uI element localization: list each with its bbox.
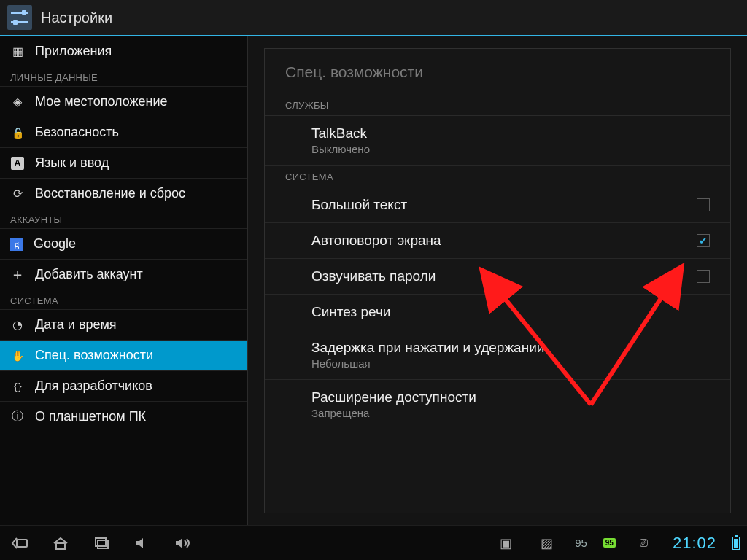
sidebar-item-label: Google (34, 236, 76, 252)
sidebar-item-google[interactable]: Google (0, 228, 247, 259)
battery-percent-text: 95 (575, 537, 587, 549)
pref-label: TalkBack (311, 125, 370, 141)
google-icon (10, 238, 23, 251)
pref-label: Большой текст (311, 197, 407, 213)
svg-marker-5 (176, 538, 182, 548)
pref-talkback[interactable]: TalkBack Выключено (265, 116, 730, 166)
sidebar-item-about[interactable]: О планшетном ПК (0, 401, 247, 432)
clock-text: 21:02 (673, 534, 716, 553)
sidebar-section-header: АККАУНТЫ (0, 209, 247, 228)
checkbox-large-text[interactable] (697, 198, 710, 211)
pref-label: Автоповорот экрана (311, 233, 441, 249)
group-header-services: СЛУЖБЫ (265, 94, 730, 116)
location-icon (10, 95, 25, 109)
battery-icon (732, 537, 740, 550)
language-icon (10, 156, 25, 171)
panel-title: Спец. возможности (265, 49, 730, 94)
sidebar-item-language[interactable]: Язык и ввод (0, 147, 247, 178)
accessibility-panel: Спец. возможности СЛУЖБЫ TalkBack Выключ… (264, 48, 731, 513)
sidebar-item-accessibility[interactable]: Спец. возможности (0, 340, 247, 370)
settings-app-icon (7, 5, 32, 30)
settings-quick-icon (632, 533, 657, 553)
sidebar-item-label: Безопасность (35, 125, 119, 140)
pref-sublabel: Запрещена (311, 407, 476, 419)
sidebar-section-header: СИСТЕМА (0, 289, 247, 309)
detail-pane: Спец. возможности СЛУЖБЫ TalkBack Выключ… (248, 36, 747, 525)
clock-icon (10, 318, 25, 332)
sidebar-item-label: Мое местоположение (35, 94, 168, 109)
pref-sublabel: Небольшая (311, 357, 544, 370)
pref-label: Расширение доступности (311, 389, 476, 405)
pref-large-text[interactable]: Большой текст (265, 187, 730, 223)
recents-button[interactable] (89, 533, 114, 553)
battery-badge-icon: 95 (603, 538, 616, 548)
home-button[interactable] (48, 533, 73, 553)
info-icon (10, 410, 25, 424)
back-button[interactable] (7, 533, 32, 553)
checkbox-speak-passwords[interactable] (697, 270, 710, 283)
workspace: Приложения ЛИЧНЫЕ ДАННЫЕ Мое местоположе… (0, 36, 747, 525)
sidebar-item-developer[interactable]: Для разработчиков (0, 370, 247, 401)
sidebar-item-reset[interactable]: Восстановление и сброс (0, 178, 247, 209)
plus-icon (10, 268, 25, 282)
volume-up-button[interactable] (171, 533, 196, 553)
reset-icon (10, 187, 25, 201)
group-header-system: СИСТЕМА (265, 166, 730, 187)
pref-touch-delay[interactable]: Задержка при нажатии и удержании Небольш… (265, 330, 730, 380)
apps-icon (10, 44, 25, 59)
svg-marker-4 (136, 538, 143, 548)
sidebar-item-label: Дата и время (35, 317, 117, 332)
pref-label: Озвучивать пароли (311, 268, 436, 284)
pref-speak-passwords[interactable]: Озвучивать пароли (265, 259, 730, 295)
sidebar-item-location[interactable]: Мое местоположение (0, 86, 247, 117)
svg-rect-1 (56, 543, 65, 549)
pref-sublabel: Выключено (311, 143, 370, 155)
sidebar-item-label: Спец. возможности (35, 348, 153, 363)
sidebar-item-label: Добавить аккаунт (35, 267, 143, 282)
system-navbar: 95 95 21:02 (0, 525, 747, 560)
pref-label: Задержка при нажатии и удержании (311, 340, 544, 356)
picture-status-icon (534, 533, 559, 553)
status-tray[interactable]: 95 95 21:02 (493, 533, 740, 553)
sidebar-item-label: Восстановление и сброс (35, 186, 185, 201)
hand-icon (10, 349, 25, 363)
checkbox-auto-rotate[interactable] (697, 234, 710, 247)
sidebar-item-security[interactable]: Безопасность (0, 117, 247, 147)
pref-a11y-extension[interactable]: Расширение доступности Запрещена (265, 380, 730, 429)
titlebar: Настройки (0, 0, 747, 35)
sidebar-item-label: О планшетном ПК (35, 409, 146, 424)
sidebar-item-label: Для разработчиков (35, 378, 152, 394)
sidebar-item-add-account[interactable]: Добавить аккаунт (0, 259, 247, 289)
sidebar-section-header: ЛИЧНЫЕ ДАННЫЕ (0, 66, 247, 86)
pref-label: Синтез речи (311, 304, 390, 320)
svg-rect-0 (17, 540, 27, 547)
volume-down-button[interactable] (130, 533, 155, 553)
sidebar-item-label: Язык и ввод (35, 155, 109, 171)
sidebar-item-datetime[interactable]: Дата и время (0, 309, 247, 340)
pref-auto-rotate[interactable]: Автоповорот экрана (265, 223, 730, 259)
camera-status-icon (493, 533, 518, 553)
pref-tts[interactable]: Синтез речи (265, 295, 730, 330)
page-title: Настройки (41, 9, 112, 26)
lock-icon (10, 125, 25, 140)
sidebar-item-apps[interactable]: Приложения (0, 36, 247, 66)
braces-icon (10, 379, 25, 394)
sidebar-item-label: Приложения (35, 44, 112, 59)
settings-sidebar[interactable]: Приложения ЛИЧНЫЕ ДАННЫЕ Мое местоположе… (0, 36, 248, 525)
